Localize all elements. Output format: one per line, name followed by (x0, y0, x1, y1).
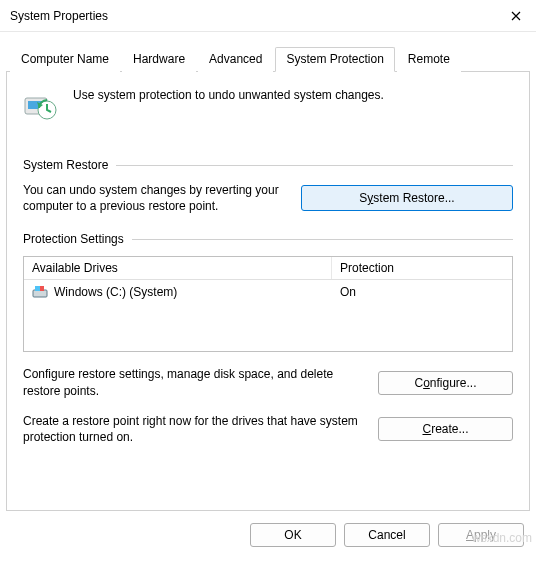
drive-name: Windows (C:) (System) (54, 285, 177, 299)
drive-name-cell: Windows (C:) (System) (24, 283, 332, 301)
dialog-footer: OK Cancel Apply (0, 511, 536, 547)
configure-row: Configure restore settings, manage disk … (23, 366, 513, 398)
section-label: Protection Settings (23, 232, 124, 246)
system-protection-icon (23, 88, 59, 124)
titlebar: System Properties (0, 0, 536, 32)
tab-computer-name[interactable]: Computer Name (10, 47, 120, 72)
tab-remote[interactable]: Remote (397, 47, 461, 72)
col-drives[interactable]: Available Drives (24, 257, 332, 279)
table-header: Available Drives Protection (24, 257, 512, 280)
tabstrip: Computer Name Hardware Advanced System P… (6, 40, 530, 72)
apply-button[interactable]: Apply (438, 523, 524, 547)
svg-rect-4 (35, 286, 40, 291)
create-button[interactable]: Create... (378, 417, 513, 441)
configure-desc: Configure restore settings, manage disk … (23, 366, 358, 398)
drive-protection: On (332, 283, 512, 301)
tab-system-protection[interactable]: System Protection (275, 47, 394, 72)
configure-button[interactable]: Configure... (378, 371, 513, 395)
divider (132, 239, 513, 240)
divider (116, 165, 513, 166)
drives-table[interactable]: Available Drives Protection Windows (C:)… (23, 256, 513, 352)
create-desc: Create a restore point right now for the… (23, 413, 358, 445)
tab-advanced[interactable]: Advanced (198, 47, 273, 72)
system-restore-row: You can undo system changes by reverting… (23, 182, 513, 214)
svg-rect-5 (40, 286, 44, 291)
svg-rect-3 (33, 290, 47, 297)
table-row[interactable]: Windows (C:) (System) On (24, 280, 512, 304)
create-row: Create a restore point right now for the… (23, 413, 513, 445)
tab-hardware[interactable]: Hardware (122, 47, 196, 72)
cancel-button[interactable]: Cancel (344, 523, 430, 547)
col-protection[interactable]: Protection (332, 257, 512, 279)
ok-button[interactable]: OK (250, 523, 336, 547)
drive-icon (32, 285, 48, 299)
intro-row: Use system protection to undo unwanted s… (23, 82, 513, 140)
close-icon (511, 11, 521, 21)
intro-text: Use system protection to undo unwanted s… (73, 88, 384, 102)
section-label: System Restore (23, 158, 108, 172)
window-title: System Properties (10, 9, 496, 23)
section-protection-settings: Protection Settings (23, 232, 513, 246)
tab-content: Use system protection to undo unwanted s… (6, 72, 530, 511)
close-button[interactable] (496, 0, 536, 32)
system-restore-desc: You can undo system changes by reverting… (23, 182, 281, 214)
system-restore-button[interactable]: System Restore... (301, 185, 513, 211)
section-system-restore: System Restore (23, 158, 513, 172)
